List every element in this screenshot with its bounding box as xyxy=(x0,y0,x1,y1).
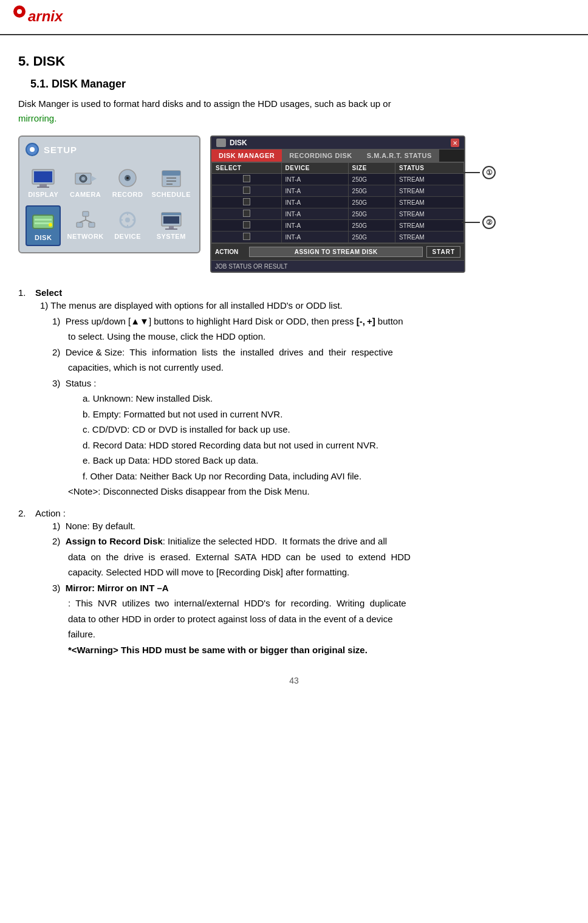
cell-size: 250G xyxy=(348,220,395,232)
svg-rect-36 xyxy=(162,213,181,215)
select-sub2: 1) Press up/down [▲▼] buttons to highlig… xyxy=(52,314,570,329)
tab-smart-status[interactable]: S.M.A.R.T. STATUS xyxy=(360,149,439,162)
setup-item-display-label: DISPLAY xyxy=(28,191,58,198)
svg-rect-6 xyxy=(34,171,52,182)
svg-line-28 xyxy=(86,220,92,222)
svg-point-22 xyxy=(49,223,52,227)
setup-item-camera[interactable]: CAMERA xyxy=(64,163,106,202)
setup-item-system[interactable]: SYSTEM xyxy=(149,205,193,246)
annotation-circle-2: ② xyxy=(482,216,496,229)
setup-item-camera-label: CAMERA xyxy=(70,191,101,198)
status-b: b. Empty: Formatted but not used in curr… xyxy=(83,407,570,422)
cell-status: STREAM xyxy=(395,208,464,220)
action-warning: *<Warning> This HDD must be same with or… xyxy=(68,642,570,658)
setup-panel: SETUP DISPLAY xyxy=(18,136,200,253)
start-button[interactable]: START xyxy=(426,246,460,258)
status-a: a. Unknown: New installed Disk. xyxy=(83,391,570,407)
svg-rect-39 xyxy=(163,216,179,224)
table-row: INT-A 250G STREAM xyxy=(212,197,464,208)
setup-item-disk-label: DISK xyxy=(35,234,52,241)
disk-icon-small xyxy=(216,139,226,147)
action-sub2c: capacity. Selected HDD will move to [Rec… xyxy=(68,564,570,580)
cell-device: INT-A xyxy=(281,185,348,197)
list-item-1: 1. Select 1) The menus are displayed wit… xyxy=(18,287,570,499)
cell-select[interactable] xyxy=(212,185,282,197)
select-sub1: 1) The menus are displayed with options … xyxy=(40,298,570,314)
cell-select[interactable] xyxy=(212,208,282,220)
annotation-line-2 xyxy=(462,222,480,223)
cell-size: 250G xyxy=(348,197,395,208)
col-status: STATUS xyxy=(395,163,464,174)
checkbox[interactable] xyxy=(243,187,250,194)
annotation-2: ② xyxy=(462,216,496,229)
cell-select[interactable] xyxy=(212,220,282,232)
action-sub3: 3) Mirror: Mirror on INT –A xyxy=(52,580,570,596)
setup-item-network-label: NETWORK xyxy=(67,233,103,240)
disk-tabs: DISK MANAGER RECORDING DISK S.M.A.R.T. S… xyxy=(211,149,464,162)
device-icon xyxy=(115,209,140,231)
setup-item-disk[interactable]: DISK xyxy=(26,205,61,246)
annotation-circle-1: ① xyxy=(482,166,496,179)
disk-close-button[interactable]: ✕ xyxy=(451,139,459,147)
setup-item-record[interactable]: RECORD xyxy=(110,163,146,202)
disk-icon xyxy=(30,210,56,232)
list-num-1: 1. xyxy=(18,287,30,298)
action-sub3c: data to other HDD in order to protect ag… xyxy=(68,611,570,627)
svg-rect-15 xyxy=(162,171,180,176)
list-item-2-content: 1) None: By default. 2) Assign to Record… xyxy=(40,518,570,658)
select-note: <Note>: Disconnected Disks disappear fro… xyxy=(68,484,570,499)
job-status-text: JOB STATUS OR RESULT xyxy=(215,263,287,270)
table-row: INT-A 250G STREAM xyxy=(212,232,464,243)
cell-select[interactable] xyxy=(212,174,282,185)
setup-header: SETUP xyxy=(26,143,193,156)
disk-panel-titlebar: DISK ✕ xyxy=(211,137,464,149)
status-c: c. CD/DVD: CD or DVD is installed for ba… xyxy=(83,422,570,437)
list-title-1: Select xyxy=(35,287,62,298)
action-sub2: 2) Assign to Record Disk: Initialize the… xyxy=(52,534,570,549)
svg-point-13 xyxy=(126,177,129,179)
setup-circle-icon xyxy=(26,143,39,156)
svg-rect-37 xyxy=(169,226,174,228)
list-item-2: 2. Action : 1) None: By default. 2) Assi… xyxy=(18,508,570,658)
list-item-1-header: 1. Select xyxy=(18,287,570,298)
cell-status: STREAM xyxy=(395,185,464,197)
table-row: INT-A 250G STREAM xyxy=(212,185,464,197)
action-label: ACTION xyxy=(215,249,245,255)
svg-point-9 xyxy=(81,177,85,180)
tab-recording-disk[interactable]: RECORDING DISK xyxy=(282,149,360,162)
camera-icon xyxy=(73,167,98,189)
setup-grid: DISPLAY CAMERA xyxy=(26,163,193,246)
checkbox[interactable] xyxy=(243,210,250,217)
annotation-line-1 xyxy=(462,172,480,173)
action-dropdown[interactable]: ASSIGN TO STREAM DISK xyxy=(249,247,423,257)
annotation-1: ① xyxy=(462,166,496,179)
select-sub2b: to select. Using the mouse, click the HD… xyxy=(68,329,570,345)
checkbox[interactable] xyxy=(243,175,250,182)
setup-item-network[interactable]: NETWORK xyxy=(64,205,106,246)
checkbox[interactable] xyxy=(243,198,250,205)
setup-item-display[interactable]: DISPLAY xyxy=(26,163,61,202)
setup-item-device[interactable]: DEVICE xyxy=(110,205,146,246)
numbered-section: 1. Select 1) The menus are displayed wit… xyxy=(18,287,570,657)
setup-item-record-label: RECORD xyxy=(112,191,143,198)
svg-text:arnix: arnix xyxy=(28,8,64,24)
cell-select[interactable] xyxy=(212,232,282,243)
system-icon xyxy=(159,209,184,231)
page-header: arnix xyxy=(0,0,588,35)
setup-item-schedule[interactable]: SCHEDULE xyxy=(149,163,193,202)
checkbox[interactable] xyxy=(243,221,250,228)
cell-select[interactable] xyxy=(212,197,282,208)
list-num-2: 2. xyxy=(18,508,30,518)
tab-disk-manager[interactable]: DISK MANAGER xyxy=(211,149,282,162)
disk-manager-panel: DISK ✕ DISK MANAGER RECORDING DISK S.M.A… xyxy=(210,136,465,273)
cell-device: INT-A xyxy=(281,197,348,208)
page-number: 43 xyxy=(18,676,570,685)
cell-device: INT-A xyxy=(281,232,348,243)
annotations: ① ② xyxy=(462,166,496,229)
col-device: DEVICE xyxy=(281,163,348,174)
status-d: d. Record Data: HDD stored Recording dat… xyxy=(83,437,570,453)
disk-panel-container: DISK ✕ DISK MANAGER RECORDING DISK S.M.A… xyxy=(210,136,465,273)
status-f: f. Other Data: Neither Back Up nor Recor… xyxy=(83,468,570,484)
checkbox[interactable] xyxy=(243,233,250,240)
svg-point-30 xyxy=(125,218,130,222)
